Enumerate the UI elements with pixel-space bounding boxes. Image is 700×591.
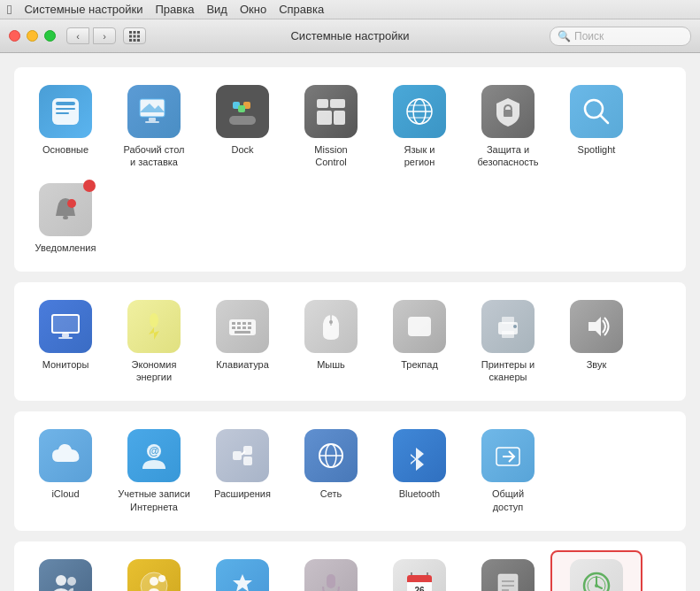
maximize-button[interactable]	[44, 30, 56, 42]
icon-item-mission[interactable]: MissionControl	[287, 78, 375, 176]
menu-help[interactable]: Справка	[279, 3, 324, 16]
icon-item-osnovnye[interactable]: Основные	[21, 78, 110, 176]
icon-label-accounts: Учетные записиИнтернета	[118, 487, 190, 513]
icon-label-trackpad: Трекпад	[401, 358, 438, 371]
icon-label-extensions: Расширения	[214, 487, 271, 500]
icon-box-energy	[127, 300, 181, 353]
svg-rect-49	[235, 331, 250, 334]
section-section2: МониторыЭкономияэнергииКлавиатураМышьТре…	[14, 282, 686, 402]
icon-item-energy[interactable]: Экономияэнергии	[110, 293, 198, 391]
icon-item-startup[interactable]: Загрузочныйтом	[464, 552, 552, 591]
icon-item-timemachine[interactable]: TimeMachine	[552, 552, 641, 591]
menu-view[interactable]: Вид	[206, 3, 227, 16]
icon-item-mouse[interactable]: Мышь	[287, 293, 375, 391]
icon-item-monitors[interactable]: Мониторы	[21, 293, 110, 391]
menu-system-prefs[interactable]: Системные настройки	[24, 3, 142, 16]
apple-menu[interactable]: 	[7, 2, 12, 17]
svg-rect-12	[56, 112, 69, 114]
icon-box-monitors	[39, 300, 92, 353]
minimize-button[interactable]	[27, 30, 38, 42]
icon-label-sound: Звук	[587, 358, 607, 371]
icon-box-users	[39, 559, 92, 591]
svg-rect-46	[237, 326, 241, 329]
icon-label-language: Язык ирегион	[404, 143, 435, 169]
icon-item-spotlight[interactable]: Spotlight	[552, 78, 641, 176]
icon-box-dictation	[304, 559, 358, 591]
icon-item-bluetooth[interactable]: Bluetooth	[375, 422, 464, 520]
icon-box-timemachine	[570, 559, 623, 591]
svg-rect-16	[145, 121, 159, 123]
icon-item-language[interactable]: Язык ирегион	[375, 78, 464, 176]
icon-item-dock[interactable]: Dock	[198, 78, 287, 176]
svg-point-89	[595, 584, 598, 587]
svg-rect-11	[56, 108, 75, 110]
svg-rect-36	[52, 315, 79, 333]
svg-rect-43	[242, 322, 246, 325]
icon-box-desktop	[127, 85, 181, 138]
icon-label-notifications: Уведомления	[35, 242, 96, 254]
notification-badge	[83, 180, 96, 192]
icon-item-sound[interactable]: Звук	[552, 293, 641, 391]
icon-box-parental	[127, 559, 181, 591]
icon-item-dictation[interactable]: Диктовкаи речь	[287, 552, 375, 591]
icon-box-sharing	[481, 429, 535, 482]
icon-box-sound	[570, 300, 623, 353]
svg-rect-60	[233, 451, 242, 460]
icon-label-spotlight: Spotlight	[578, 143, 616, 156]
icon-item-keyboard[interactable]: Клавиатура	[198, 293, 287, 391]
icon-box-network	[304, 429, 358, 482]
svg-rect-30	[504, 110, 512, 117]
icon-box-icloud	[39, 429, 92, 482]
icon-label-mouse: Мышь	[317, 358, 345, 371]
window-controls	[9, 30, 56, 42]
svg-point-51	[329, 320, 333, 324]
icon-item-icloud[interactable]: iCloud	[21, 422, 110, 520]
icon-item-notifications[interactable]: Уведомления	[21, 176, 110, 261]
menu-window[interactable]: Окно	[240, 3, 266, 16]
icon-box-accounts: @	[127, 429, 181, 482]
icon-box-appstore	[216, 559, 269, 591]
window-title: Системные настройки	[290, 29, 409, 42]
icon-item-security[interactable]: Защита ибезопасность	[464, 78, 552, 176]
titlebar: ‹ › Системные настройки 🔍 Поиск	[0, 19, 700, 53]
search-placeholder: Поиск	[574, 30, 604, 42]
close-button[interactable]	[9, 30, 20, 42]
svg-rect-5	[137, 35, 140, 37]
svg-rect-0	[129, 31, 132, 34]
svg-rect-20	[238, 105, 245, 112]
icon-item-datetime[interactable]: 26Дата ивремя	[375, 552, 464, 591]
search-icon: 🔍	[558, 30, 571, 42]
icon-item-users[interactable]: Пользователии группы	[21, 552, 110, 591]
menu-edit[interactable]: Правка	[156, 3, 195, 16]
svg-point-67	[56, 575, 66, 586]
icon-item-appstore[interactable]: App Store	[198, 552, 287, 591]
grid-view-button[interactable]	[123, 27, 146, 44]
icon-box-datetime: 26	[393, 559, 446, 591]
forward-button[interactable]: ›	[93, 27, 116, 44]
svg-rect-10	[56, 102, 75, 105]
icon-item-desktop[interactable]: Рабочий столи заставка	[110, 78, 198, 176]
icon-item-accounts[interactable]: @Учетные записиИнтернета	[110, 422, 198, 520]
svg-rect-37	[62, 334, 69, 337]
svg-rect-7	[134, 39, 136, 42]
icon-box-mouse	[304, 300, 358, 353]
icon-item-extensions[interactable]: Расширения	[198, 422, 287, 520]
icon-box-dock	[216, 85, 269, 138]
svg-rect-41	[232, 322, 235, 325]
icon-item-parental[interactable]: Родительскийконтроль	[110, 552, 198, 591]
search-box[interactable]: 🔍 Поиск	[550, 27, 691, 46]
svg-rect-72	[327, 574, 335, 588]
icon-label-printers: Принтеры исканеры	[481, 358, 535, 384]
icon-item-printers[interactable]: Принтеры исканеры	[464, 293, 552, 391]
svg-rect-23	[317, 111, 332, 125]
svg-rect-54	[502, 317, 514, 324]
icon-box-startup	[481, 559, 535, 591]
svg-text:26: 26	[414, 586, 425, 591]
icon-item-network[interactable]: Сеть	[287, 422, 375, 520]
icon-item-sharing[interactable]: Общийдоступ	[464, 422, 552, 520]
svg-rect-17	[229, 116, 256, 125]
icon-item-trackpad[interactable]: Трекпад	[375, 293, 464, 391]
back-button[interactable]: ‹	[66, 27, 89, 44]
icon-box-trackpad	[393, 300, 446, 353]
svg-rect-22	[330, 99, 345, 108]
